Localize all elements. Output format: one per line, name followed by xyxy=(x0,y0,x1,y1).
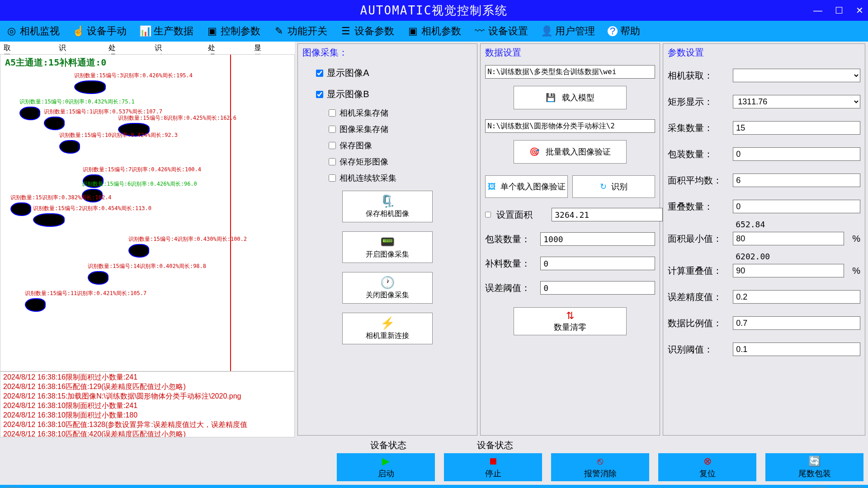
menu-camera-monitor[interactable]: ◎相机监视 xyxy=(5,24,60,38)
btn-load-model[interactable]: 💾载入模型 xyxy=(514,86,627,109)
target-icon: 🎯 xyxy=(529,147,539,157)
log-line: 2024/8/12 16:38:16匹配值:129(误差精度匹配值过小忽略) xyxy=(3,382,292,392)
btn-camera-reconnect[interactable]: ⚡相机重新连接 xyxy=(342,313,433,344)
chk-save-rect[interactable]: 保存矩形图像 xyxy=(329,156,472,167)
panel-params: 参数设置 相机获取： 矩形显示：1311.76 采集数量： 包装数量： 面积平均… xyxy=(663,43,865,436)
select-camera[interactable] xyxy=(733,69,860,82)
menu-help[interactable]: ?帮助 xyxy=(608,24,640,38)
x-icon: ⊗ xyxy=(703,455,712,467)
blob-shape xyxy=(10,202,31,216)
btn-single-verify[interactable]: 🖼单个载入图像验证 xyxy=(485,175,568,198)
btn-start-acquisition[interactable]: 📟开启图像采集 xyxy=(342,231,433,263)
panel-acquisition: 图像采集： 显示图像A 显示图像B 相机采集存储 图像采集存储 保存图像 保存矩… xyxy=(297,43,477,436)
input-overlap-qty[interactable] xyxy=(733,200,860,213)
input-data-ratio[interactable] xyxy=(733,316,860,330)
blob-label: 识别数量:15编号:8识别率:0.425%周长:162.6 xyxy=(118,114,236,122)
image-icon: 🖼 xyxy=(488,182,496,192)
chk-cam-cont[interactable]: 相机连续软采集 xyxy=(329,173,472,183)
menu-control-params[interactable]: ▣控制参数 xyxy=(206,24,260,38)
input-pack-qty[interactable] xyxy=(540,232,655,246)
stop-icon: ⏹ xyxy=(488,455,498,467)
log-panel[interactable]: 2024/8/12 16:38:16限制面积过小数量:2412024/8/12 … xyxy=(0,371,295,437)
blob-label: 识别数量:15编号:4识别率:0.430%周长:100.2 xyxy=(128,235,247,243)
menu-user-mgmt[interactable]: 👤用户管理 xyxy=(541,24,595,38)
log-line: 2024/8/12 16:38:15:加载图像N:\训练数据\圆形物体分类手动标… xyxy=(3,392,292,401)
menubar: ◎相机监视 ☝设备手动 📊生产数据 ▣控制参数 ✎功能开关 ☰设备参数 ▣相机参… xyxy=(0,21,868,42)
stats-bar: 取图:10000ms 识别:91.0ms 处理:0.0ms 识别:190.0ms… xyxy=(0,42,295,54)
btn-start[interactable]: ▶启动 xyxy=(337,453,435,481)
btn-save-camera-image[interactable]: 🗜️保存相机图像 xyxy=(342,191,433,222)
camera2-icon: ▣ xyxy=(407,25,419,37)
panel-title: 参数设置 xyxy=(668,46,860,62)
stat-display: 显示:10.0ms xyxy=(254,43,291,52)
minimize-icon[interactable]: — xyxy=(813,5,822,16)
chk-img-store[interactable]: 图像采集存储 xyxy=(329,124,472,135)
input-collect-qty[interactable] xyxy=(733,121,860,135)
maximize-icon[interactable]: ☐ xyxy=(835,5,843,16)
chk-show-a[interactable]: 显示图像A xyxy=(316,67,472,79)
footer: ⏻ 关机 PLC状态： 设备状态： 停止 相机状态： 状态 2024/8/12 … xyxy=(0,485,868,488)
status-header-left: 设备状态 xyxy=(335,439,442,451)
refresh-icon: ↻ xyxy=(600,182,607,192)
blob-label: 识别数量:15编号:10识别率:0.424%周长:92.3 xyxy=(59,131,178,139)
menu-function-switch[interactable]: ✎功能开关 xyxy=(273,24,327,38)
blob-shape xyxy=(88,271,108,285)
blob-shape xyxy=(33,213,65,227)
input-recog-thresh[interactable] xyxy=(733,343,860,356)
hand-icon: ☝ xyxy=(72,25,84,37)
chk-show-b[interactable]: 显示图像B xyxy=(316,88,472,100)
panel-dataset: 数据设置 💾载入模型 🎯批量载入图像验证 🖼单个载入图像验证 ↻识别 设置面积 … xyxy=(480,43,660,436)
chk-save-img[interactable]: 保存图像 xyxy=(329,140,472,151)
list-icon: ☰ xyxy=(340,25,352,37)
btn-reset-qty[interactable]: ⇅数量清零 xyxy=(514,307,627,335)
btn-stop-acquisition[interactable]: 🕐关闭图像采集 xyxy=(342,272,433,304)
wave-icon: 〰 xyxy=(474,25,486,37)
blob-shape xyxy=(74,80,106,94)
swap-icon: ⇅ xyxy=(566,310,574,322)
panel-title: 图像采集： xyxy=(302,46,472,62)
chk-cam-store[interactable]: 相机采集存储 xyxy=(329,108,472,118)
chk-set-area[interactable] xyxy=(485,211,491,218)
menu-device-settings[interactable]: 〰设备设置 xyxy=(474,24,528,38)
detection-blob: 识别数量:15编号:11识别率:0.421%周长:105.7 xyxy=(25,290,146,312)
input-model-path[interactable] xyxy=(485,65,655,79)
detection-blob: 识别数量:15编号:10识别率:0.424%周长:92.3 xyxy=(59,131,178,154)
input-area-min[interactable] xyxy=(733,232,844,245)
bell-icon: ⎋ xyxy=(597,455,603,467)
stat-recog2: 识别:190.0ms xyxy=(155,43,195,52)
btn-recognize[interactable]: ↻识别 xyxy=(572,175,655,198)
input-pack-qty2[interactable] xyxy=(733,147,860,161)
input-area-avg[interactable] xyxy=(733,174,860,187)
image-view[interactable]: A5主通道:15补料通道:0 识别数量:15编号:3识别率:0.426%周长:1… xyxy=(0,54,295,371)
input-calc-overlap[interactable] xyxy=(733,264,844,277)
left-panel: 取图:10000ms 识别:91.0ms 处理:0.0ms 识别:190.0ms… xyxy=(0,42,295,437)
menu-device-params[interactable]: ☰设备参数 xyxy=(340,24,394,38)
menu-device-manual[interactable]: ☝设备手动 xyxy=(72,24,127,38)
blob-label: 识别数量:15编号:6识别率:0.426%周长:96.0 xyxy=(82,180,197,188)
input-err-precision[interactable] xyxy=(733,290,860,304)
archive-icon: 🗜️ xyxy=(380,194,395,208)
btn-tail-pack[interactable]: 🔄尾数包装 xyxy=(765,453,863,481)
btn-batch-verify[interactable]: 🎯批量载入图像验证 xyxy=(514,140,627,164)
close-icon[interactable]: ✕ xyxy=(856,5,863,16)
window-controls: — ☐ ✕ xyxy=(813,0,863,21)
status-header-right: 设备状态 xyxy=(442,439,548,451)
input-set-area[interactable] xyxy=(552,208,663,221)
input-err-thresh[interactable] xyxy=(540,281,655,295)
detection-blob: 识别数量:15编号:4识别率:0.430%周长:100.2 xyxy=(128,235,247,258)
chart-icon: 📊 xyxy=(139,25,151,37)
blob-label: 识别数量:15编号:3识别率:0.426%周长:195.4 xyxy=(74,72,193,80)
stat-recog1: 识别:91.0ms xyxy=(59,43,96,52)
select-rect-display[interactable]: 1311.76 xyxy=(733,95,860,108)
menu-production-data[interactable]: 📊生产数据 xyxy=(139,24,193,38)
input-verify-path[interactable] xyxy=(485,119,655,133)
btn-alarm-clear[interactable]: ⎋报警消除 xyxy=(551,453,649,481)
monitor-icon: 📟 xyxy=(380,235,395,249)
input-makeup-qty[interactable] xyxy=(540,257,655,270)
menu-camera-params[interactable]: ▣相机参数 xyxy=(407,24,461,38)
btn-stop[interactable]: ⏹停止 xyxy=(444,453,542,481)
blob-shape xyxy=(19,107,40,120)
detection-blob: 识别数量:15编号:3识别率:0.426%周长:195.4 xyxy=(74,72,193,94)
row-set-area: 设置面积 xyxy=(485,208,655,221)
btn-reset[interactable]: ⊗复位 xyxy=(658,453,756,481)
